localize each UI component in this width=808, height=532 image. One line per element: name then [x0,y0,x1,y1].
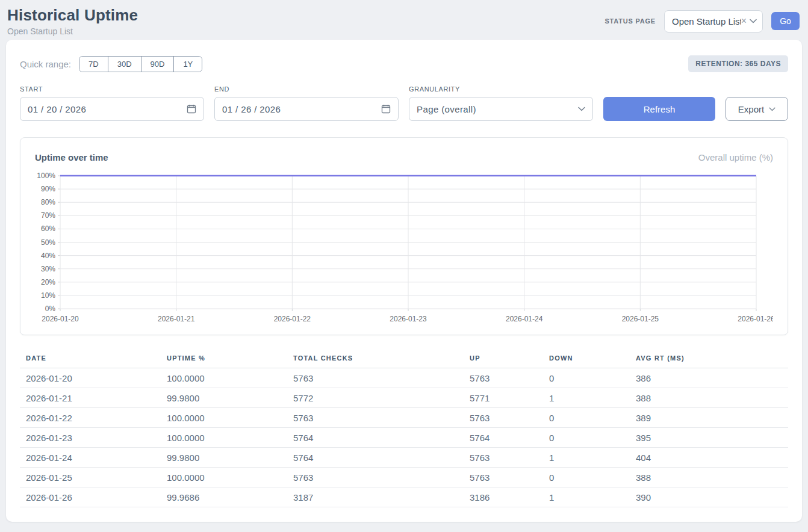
table-cell: 100.0000 [167,468,293,487]
quick-range-row: Quick range: 7D30D90D1Y RETENTION: 365 D… [20,55,788,72]
uptime-table: DATEUPTIME %TOTAL CHECKSUPDOWNAVG RT (MS… [20,350,788,507]
table-cell: 99.9800 [167,448,293,468]
table-cell: 0 [549,468,636,487]
table-cell: 0 [549,408,636,428]
table-cell: 100.0000 [167,428,293,448]
table-cell: 100.0000 [167,408,293,428]
table-cell: 5763 [470,408,549,428]
table-cell: 1 [549,487,636,507]
table-cell: 404 [636,448,788,468]
table-cell: 395 [636,428,788,448]
table-cell: 2026-01-25 [20,468,167,487]
filter-fields-row: START 01 / 20 / 2026 END 01 / 26 / 2026 [20,85,788,121]
column-header: UP [470,350,549,368]
end-date-value: 01 / 26 / 2026 [222,104,381,114]
quick-range-label: Quick range: [20,59,71,69]
table-cell: 390 [636,487,788,507]
table-cell: 100.0000 [167,368,293,388]
granularity-field: GRANULARITY Page (overall) [409,85,593,121]
page-header: Historical Uptime Open Startup List STAT… [0,0,808,40]
svg-text:2026-01-25: 2026-01-25 [622,315,659,323]
column-header: DOWN [549,350,636,368]
table-cell: 0 [549,368,636,388]
table-cell: 388 [636,388,788,408]
svg-text:100%: 100% [37,172,55,180]
svg-text:50%: 50% [41,238,55,247]
table-cell: 2026-01-26 [20,487,167,507]
svg-text:2026-01-24: 2026-01-24 [506,315,543,323]
table-cell: 5763 [293,468,470,487]
svg-text:90%: 90% [41,185,55,193]
table-cell: 5772 [293,388,470,408]
page-title: Historical Uptime [7,6,138,25]
table-cell: 5763 [470,368,549,388]
table-cell: 5763 [470,448,549,468]
clear-selection-icon[interactable]: × [741,16,747,26]
table-cell: 5764 [470,428,549,448]
table-cell: 389 [636,408,788,428]
start-date-input[interactable]: 01 / 20 / 2026 [20,97,204,121]
svg-text:2026-01-22: 2026-01-22 [274,315,311,323]
go-button[interactable]: Go [771,12,800,30]
table-row: 2026-01-2699.9686318731861390 [20,487,788,507]
end-label: END [214,85,399,93]
column-header: AVG RT (MS) [636,350,788,368]
quick-range-30d[interactable]: 30D [108,57,141,72]
chevron-down-icon [750,19,757,23]
table-row: 2026-01-25100.0000576357630388 [20,468,788,487]
chart-header: Uptime over time Overall uptime (%) [35,152,773,162]
svg-text:70%: 70% [41,211,55,220]
uptime-chart-card: Uptime over time Overall uptime (%) 0%10… [20,137,788,335]
svg-text:2026-01-21: 2026-01-21 [158,315,195,323]
export-button-label: Export [738,104,764,114]
svg-text:30%: 30% [41,265,55,273]
table-cell: 3186 [470,487,549,507]
table-cell: 5763 [293,368,470,388]
table-row: 2026-01-20100.0000576357630386 [20,368,788,388]
retention-badge: RETENTION: 365 DAYS [688,55,788,72]
table-cell: 2026-01-24 [20,448,167,468]
table-body: 2026-01-20100.00005763576303862026-01-21… [20,368,788,507]
chevron-down-icon [769,107,775,111]
table-cell: 5764 [293,428,470,448]
table-cell: 2026-01-21 [20,388,167,408]
status-page-controls: STATUS PAGE Open Startup List × Go [604,10,800,32]
column-header: DATE [20,350,167,368]
svg-text:20%: 20% [41,278,55,286]
column-header: TOTAL CHECKS [293,350,470,368]
start-label: START [20,85,204,93]
table-cell: 99.9686 [167,487,293,507]
export-button[interactable]: Export [726,97,788,121]
svg-text:0%: 0% [45,305,56,313]
table-cell: 1 [549,388,636,408]
quick-range-group: 7D30D90D1Y [79,56,202,72]
table-cell: 5771 [470,388,549,408]
table-cell: 388 [636,468,788,487]
svg-text:60%: 60% [41,224,55,233]
column-header: UPTIME % [167,350,293,368]
table-cell: 5763 [470,468,549,487]
table-cell: 2026-01-23 [20,428,167,448]
title-block: Historical Uptime Open Startup List [7,6,138,36]
chevron-down-icon [578,107,585,111]
table-cell: 386 [636,368,788,388]
quick-range-7d[interactable]: 7D [79,57,108,72]
granularity-select[interactable]: Page (overall) [409,97,593,121]
table-cell: 2026-01-20 [20,368,167,388]
quick-range-90d[interactable]: 90D [141,57,174,72]
refresh-button[interactable]: Refresh [603,97,715,121]
chart-title: Uptime over time [35,152,108,162]
table-cell: 99.9800 [167,388,293,408]
status-page-select[interactable]: Open Startup List × [664,10,763,32]
svg-text:10%: 10% [41,291,55,300]
svg-text:2026-01-26: 2026-01-26 [738,315,773,323]
calendar-icon[interactable] [187,104,196,114]
table-cell: 1 [549,448,636,468]
svg-text:2026-01-23: 2026-01-23 [390,315,427,323]
table-row: 2026-01-23100.0000576457640395 [20,428,788,448]
quick-range-1y[interactable]: 1Y [173,57,202,72]
main-panel: Quick range: 7D30D90D1Y RETENTION: 365 D… [6,40,802,522]
end-date-input[interactable]: 01 / 26 / 2026 [214,97,399,121]
calendar-icon[interactable] [381,104,391,114]
status-page-selected-value: Open Startup List [672,16,741,26]
